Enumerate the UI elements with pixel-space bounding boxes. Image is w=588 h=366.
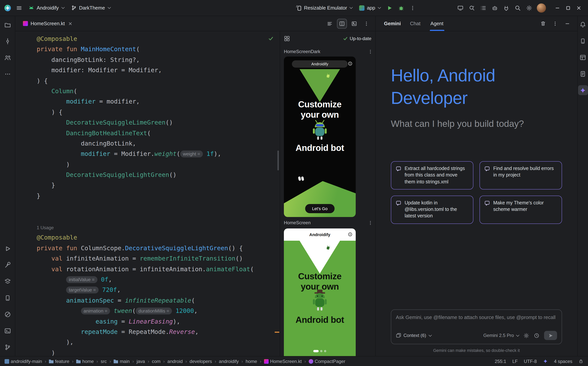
branch-selector[interactable]: DarkTheme xyxy=(68,2,114,13)
context-selector[interactable]: Context (6) xyxy=(396,333,432,338)
split-view-icon[interactable] xyxy=(337,19,347,29)
code-line[interactable]: ) { xyxy=(37,107,280,117)
code-line[interactable]: targetValue = 720f, xyxy=(37,285,280,295)
gemini-suggestion-card[interactable]: Update kotlin in @libs.version.toml to t… xyxy=(391,196,473,224)
code-line[interactable]: modifier: Modifier = Modifier, xyxy=(37,65,280,76)
preview-options-icon[interactable] xyxy=(368,220,373,225)
gemini-suggestion-card[interactable]: Find and resolve build errors in my proj… xyxy=(480,161,562,190)
documentation-icon[interactable] xyxy=(578,69,588,79)
problems-icon[interactable] xyxy=(2,309,12,319)
breadcrumb-item[interactable]: HomeScreen.kt xyxy=(264,358,302,364)
user-avatar[interactable] xyxy=(537,3,546,12)
code-line[interactable] xyxy=(37,212,280,222)
code-line[interactable]: dancingBotLink: String?, xyxy=(37,55,280,65)
gemini-more-icon[interactable] xyxy=(550,19,560,28)
code-line[interactable]: } xyxy=(37,191,280,201)
code-line[interactable]: repeatMode = RepeatMode.Reverse, xyxy=(37,327,280,337)
breadcrumb-item[interactable]: CompactPager xyxy=(308,358,345,364)
project-folder-icon[interactable] xyxy=(2,20,12,30)
code-line[interactable]: modifier = Modifier.weight(weight = 1f), xyxy=(37,149,280,159)
checklist-icon[interactable] xyxy=(478,2,489,13)
maximize-button[interactable] xyxy=(563,2,573,13)
code-line[interactable]: @Composable xyxy=(37,34,280,44)
breadcrumb-item[interactable]: developers xyxy=(190,358,212,364)
device-explorer-icon[interactable] xyxy=(578,36,588,46)
gemini-icon[interactable] xyxy=(578,85,588,95)
lock-icon[interactable] xyxy=(579,359,583,364)
delete-conversation-icon[interactable] xyxy=(538,19,548,28)
code-line[interactable]: private fun MainHomeContent( xyxy=(37,44,280,55)
tools-icon[interactable] xyxy=(2,260,12,270)
editor-tab[interactable]: HomeScreen.kt xyxy=(19,16,76,31)
close-icon[interactable] xyxy=(68,22,72,25)
hide-panel-icon[interactable] xyxy=(563,19,572,28)
code-line[interactable]: 1 Usage xyxy=(37,222,280,232)
running-devices-icon[interactable] xyxy=(2,293,12,303)
code-line[interactable]: val infiniteAnimation = rememberInfinite… xyxy=(37,253,280,264)
gemini-suggestion-card[interactable]: Extract all hardcoded strings from this … xyxy=(391,161,473,190)
studio-bot-icon[interactable] xyxy=(489,2,500,13)
breadcrumb-item[interactable]: src xyxy=(101,358,107,364)
version-control-icon[interactable] xyxy=(2,342,12,352)
preview-grid-view-icon[interactable] xyxy=(284,36,290,42)
breadcrumb-item[interactable]: feature xyxy=(49,358,69,364)
device-selector[interactable]: Resizable Emulator xyxy=(292,2,355,13)
device-mirroring-icon[interactable] xyxy=(455,2,466,13)
model-selector[interactable]: Gemini 2.5 Pro xyxy=(483,333,519,338)
tab-agent[interactable]: Agent xyxy=(430,16,444,31)
caret-position[interactable]: 255:1 xyxy=(495,358,506,364)
prompt-settings-icon[interactable] xyxy=(523,333,529,338)
code-line[interactable]: private fun ColumnScope.DecorativeSquigg… xyxy=(37,243,280,253)
debug-button[interactable] xyxy=(396,2,406,13)
minimize-button[interactable] xyxy=(552,2,563,13)
gemini-suggestion-card[interactable]: Make my Theme's color scheme warmer xyxy=(480,196,562,224)
breadcrumb-item[interactable]: androidify xyxy=(219,358,239,364)
code-line[interactable]: val rotationAnimation = infiniteAnimatio… xyxy=(37,264,280,274)
code-line[interactable]: Column( xyxy=(37,86,280,97)
inspections-ok-icon[interactable] xyxy=(268,36,274,41)
preview-scroll-area[interactable]: HomeScreenDark Androidify xyxy=(280,46,375,356)
file-encoding[interactable]: UTF-8 xyxy=(524,358,537,364)
breadcrumb-item[interactable]: home xyxy=(76,358,94,364)
preview-homescreendark[interactable]: Androidify Customize your own xyxy=(284,57,356,217)
code-line[interactable]: DancingBotHeadlineText( xyxy=(37,128,280,138)
code-line[interactable]: ) { xyxy=(37,76,280,86)
code-line[interactable]: } xyxy=(37,180,280,191)
code-view-icon[interactable] xyxy=(325,19,335,29)
more-actions-icon[interactable] xyxy=(407,2,418,13)
terminal-icon[interactable] xyxy=(2,326,12,336)
sparkle-search-icon[interactable] xyxy=(466,2,477,13)
code-line[interactable]: animation = tween(durationMillis = 12000… xyxy=(37,306,280,316)
code-line[interactable]: animationSpec = infiniteRepeatable( xyxy=(37,295,280,306)
pull-requests-icon[interactable] xyxy=(2,53,12,63)
code-content[interactable]: @Composableprivate fun MainHomeContent( … xyxy=(37,34,280,356)
run-button[interactable] xyxy=(384,2,395,13)
code-line[interactable] xyxy=(37,201,280,212)
code-editor[interactable]: @Composableprivate fun MainHomeContent( … xyxy=(15,31,280,356)
code-line[interactable]: @Composable xyxy=(37,232,280,243)
main-menu-icon[interactable] xyxy=(14,2,24,13)
gemini-prompt-box[interactable]: Ask Gemini, use @filename to attach sour… xyxy=(391,309,562,344)
code-line[interactable]: ) xyxy=(37,159,280,170)
send-button[interactable] xyxy=(544,331,557,340)
search-icon[interactable] xyxy=(512,2,523,13)
breadcrumb-item[interactable]: main xyxy=(114,358,130,364)
code-line[interactable]: DecorativeSquiggleLimeGreen() xyxy=(37,117,280,128)
prompt-input[interactable]: Ask Gemini, use @filename to attach sour… xyxy=(396,314,557,320)
run-configuration-selector[interactable]: app xyxy=(356,2,384,13)
code-line[interactable]: ) xyxy=(37,347,280,356)
ai-spark-icon[interactable] xyxy=(543,359,548,364)
code-line[interactable]: initialValue = 0f, xyxy=(37,274,280,285)
indent-setting[interactable]: 4 spaces xyxy=(554,358,572,364)
code-line[interactable]: modifier = modifier, xyxy=(37,97,280,107)
notifications-icon[interactable] xyxy=(578,19,588,30)
project-selector[interactable]: Androidify xyxy=(25,2,67,13)
plugin-icon[interactable] xyxy=(501,2,512,13)
close-button[interactable] xyxy=(573,2,584,13)
breadcrumb-item[interactable]: home xyxy=(246,358,257,364)
run-tool-icon[interactable] xyxy=(2,244,12,254)
breadcrumb-item[interactable]: androidify-main xyxy=(5,358,42,364)
line-separator[interactable]: LF xyxy=(512,358,518,364)
editor-more-icon[interactable] xyxy=(361,19,371,29)
layout-inspector-icon[interactable] xyxy=(578,52,588,62)
